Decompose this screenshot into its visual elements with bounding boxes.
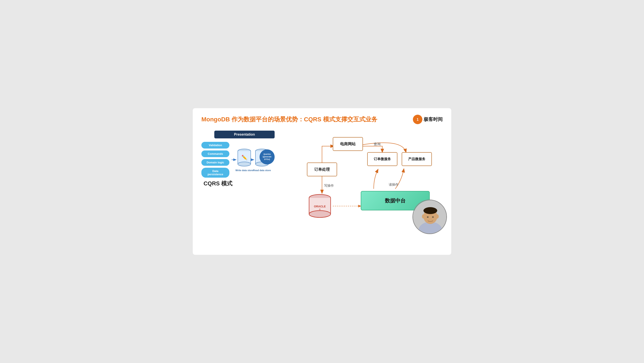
svg-point-27: [424, 207, 437, 214]
header: MongoDB 作为数据平台的场景优势：CQRS 模式支撑交互式业务 1 极客时…: [202, 115, 442, 124]
logo-icon: 1: [413, 115, 422, 124]
svg-point-30: [427, 216, 428, 218]
write-store: ✏️ Write data store: [236, 147, 253, 172]
order-service-box: 订单微服务: [367, 152, 398, 166]
svg-text:1: 1: [417, 118, 419, 121]
slide: MongoDB 作为数据平台的场景优势：CQRS 模式支撑交互式业务 1 极客时…: [193, 108, 451, 255]
btn-commands: Commands: [202, 150, 230, 157]
svg-point-31: [432, 216, 434, 218]
queries-circle: Queries (generate DTOs): [260, 149, 274, 164]
logo-text: 极客时间: [424, 116, 442, 123]
svg-point-21: [309, 211, 330, 217]
svg-text:✏️: ✏️: [242, 155, 248, 160]
svg-point-29: [436, 214, 439, 219]
presentation-box: Presentation: [214, 131, 274, 138]
logo-area: 1 极客时间: [413, 115, 442, 124]
svg-text:查询: 查询: [374, 142, 380, 146]
arch-diagram: 查询 写操作 读操作 电商网站 订单处理 订单微服务 产品微服务: [281, 131, 442, 234]
cqrs-diagram: ✏️ Write data store 🕶: [232, 145, 274, 175]
product-service-box: 产品微服务: [402, 152, 432, 166]
oracle-icon: ORACLE ®: [307, 193, 333, 219]
write-store-icon: ✏️: [237, 147, 252, 169]
read-store-label: Read data store: [253, 169, 271, 172]
cqrs-buttons: Validation Commands Domain logic Data pe…: [202, 142, 230, 178]
svg-text:®: ®: [319, 208, 321, 211]
avatar-image: [413, 200, 447, 234]
oracle-cylinder: ORACLE ®: [307, 193, 333, 220]
btn-domain-logic: Domain logic: [202, 159, 230, 166]
avatar: [412, 200, 447, 234]
write-store-label: Write data store: [236, 169, 253, 172]
svg-text:读操作: 读操作: [389, 183, 398, 186]
btn-data-persistence: Data persistence: [202, 168, 230, 178]
cqrs-title: CQRS 模式: [204, 180, 274, 187]
svg-text:写操作: 写操作: [324, 184, 334, 187]
ecsite-box: 电商网站: [333, 137, 363, 151]
page-title: MongoDB 作为数据平台的场景优势：CQRS 模式支撑交互式业务: [202, 115, 413, 124]
svg-point-28: [422, 214, 425, 219]
svg-text:ORACLE: ORACLE: [314, 205, 326, 208]
svg-point-6: [238, 162, 251, 166]
order-process-box: 订单处理: [307, 163, 337, 176]
cqrs-section: Presentation Validation Commands Domain …: [202, 131, 274, 187]
btn-validation: Validation: [202, 142, 230, 149]
